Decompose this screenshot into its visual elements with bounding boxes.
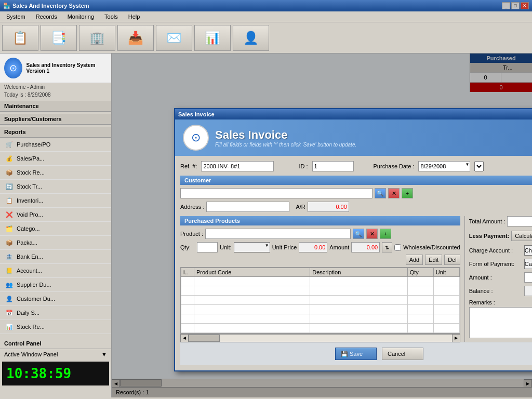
toolbar-btn-7[interactable]: 👤 [233, 25, 269, 51]
sidebar-logo: ⊙ Sales and Inventory System Version 1 [0, 54, 111, 83]
row6-index [181, 324, 194, 333]
active-window-panel[interactable]: Active Window Panel ▼ [0, 349, 111, 360]
product-table: i.. Product Code Description Qty Unit [181, 268, 460, 333]
product-table-body [181, 277, 460, 333]
sidebar-item-purchase-label: Purchase/PO [17, 141, 50, 148]
toolbar-btn-4[interactable]: 📥 [117, 25, 154, 51]
table-hscroll-left[interactable]: ◀ [180, 334, 189, 342]
toolbar-btn-5[interactable]: ✉️ [156, 25, 192, 51]
maximize-button[interactable]: □ [511, 2, 520, 9]
unit-select[interactable] [234, 242, 270, 252]
row4-index [181, 305, 194, 314]
product-table-container: i.. Product Code Description Qty Unit [180, 267, 460, 334]
customer-du-icon: 👤 [4, 294, 15, 304]
purchase-icon: 🛒 [4, 139, 15, 150]
row3-unit [433, 296, 459, 305]
minimize-button[interactable]: _ [502, 2, 510, 9]
sidebar-item-inventory[interactable]: 📋 Inventori... [0, 194, 111, 208]
product-add-icon-button[interactable]: + [380, 229, 391, 239]
product-clear-button[interactable]: ✕ [366, 229, 378, 239]
total-amount-input [507, 216, 532, 227]
sidebar-item-purchase[interactable]: 🛒 Purchase/PO [0, 138, 111, 152]
product-input-row: Product : 🔍 ✕ + [180, 229, 460, 239]
modal-header-subtitle: Fill all fields or fields with '*' then … [215, 142, 356, 148]
row-index [181, 277, 194, 286]
customer-add-icon: + [406, 190, 409, 196]
less-payment-row: Less Payment: Calculator Sh % [469, 231, 532, 241]
row6-qty [407, 324, 433, 333]
product-add-icon: + [384, 231, 387, 237]
sidebar-item-void[interactable]: ❌ Void Pro... [0, 208, 111, 222]
customer-clear-button[interactable]: ✕ [388, 188, 400, 198]
menu-help[interactable]: Help [124, 12, 144, 21]
sidebar-item-bank[interactable]: 🏦 Bank En... [0, 250, 111, 264]
edit-button[interactable]: Edit [425, 255, 442, 265]
sidebar-item-stock-report[interactable]: 📊 Stock Re... [0, 320, 111, 334]
toolbar-btn-2[interactable]: 📑 [41, 25, 77, 51]
remarks-textarea[interactable] [469, 307, 532, 338]
menu-records[interactable]: Records [32, 12, 61, 21]
charge-account-row: Charge Account : Choose Payment [469, 245, 532, 256]
sidebar-item-stock-re[interactable]: 📦 Stock Re... [0, 166, 111, 180]
product-search-button[interactable]: 🔍 [353, 229, 364, 239]
amount-input [351, 242, 380, 252]
row5-qty [407, 314, 433, 324]
sidebar-item-stock-tr[interactable]: 🔄 Stock Tr... [0, 180, 111, 194]
sidebar-item-category[interactable]: 🗂️ Catego... [0, 222, 111, 236]
sidebar-item-supplier-du[interactable]: 👥 Supplier Du... [0, 278, 111, 292]
purchase-date-input[interactable] [418, 161, 470, 171]
table-row-6 [181, 324, 460, 333]
table-header-row: i.. Product Code Description Qty Unit [181, 268, 460, 277]
save-button[interactable]: 💾 Save [335, 348, 377, 360]
window-controls: _ □ ✕ [502, 2, 529, 9]
row4-qty [407, 305, 433, 314]
table-hscroll-track[interactable] [189, 334, 452, 342]
product-input[interactable] [205, 229, 351, 239]
remarks-section: Remarks : [469, 299, 532, 339]
amount-extra-button[interactable]: ⇅ [382, 242, 392, 252]
id-input[interactable] [312, 161, 354, 171]
modal-title-bar: Sales Invoice ✕ [175, 109, 532, 119]
form-of-payment-select[interactable]: Cash [524, 259, 532, 269]
add-button[interactable]: Add [406, 255, 423, 265]
address-input[interactable] [206, 202, 289, 212]
sidebar-item-daily[interactable]: 📅 Daily S... [0, 306, 111, 320]
menu-monitoring[interactable]: Monitoring [63, 12, 98, 21]
cancel-button[interactable]: Cancel [382, 348, 423, 360]
save-label: Save [350, 351, 363, 357]
purchase-date-wrapper [418, 161, 470, 171]
menu-tools[interactable]: Tools [100, 12, 122, 21]
charge-account-select[interactable]: Choose Payment [524, 245, 532, 256]
table-hscroll-right[interactable]: ▶ [452, 334, 460, 342]
qty-label: Qty: [180, 244, 195, 250]
col-unit: Unit [433, 268, 459, 277]
sidebar-item-package[interactable]: 📦 Packa... [0, 236, 111, 250]
toolbar-btn-3[interactable]: 🏢 [79, 25, 115, 51]
payment-amount-input[interactable] [524, 272, 532, 283]
customer-clear-icon: ✕ [392, 190, 396, 197]
table-hscroll-thumb[interactable] [189, 335, 220, 342]
calculator-button[interactable]: Calculator [511, 231, 532, 241]
unit-price-input [299, 242, 327, 252]
close-button[interactable]: ✕ [521, 2, 529, 9]
qty-input[interactable] [197, 242, 218, 252]
ref-input[interactable] [201, 161, 274, 171]
customer-search-button[interactable]: 🔍 [375, 188, 386, 198]
del-button[interactable]: Del [444, 255, 460, 265]
unit-price-label: Unit Price [272, 244, 297, 250]
customer-input[interactable] [180, 188, 373, 198]
product-search-icon: 🔍 [355, 231, 362, 237]
account-icon: 📒 [4, 265, 15, 276]
sidebar: ⊙ Sales and Inventory System Version 1 W… [0, 54, 112, 397]
table-row-4 [181, 305, 460, 314]
toolbar-btn-6[interactable]: 📊 [194, 25, 231, 51]
purchase-date-dropdown[interactable]: ▼ [474, 161, 484, 171]
sidebar-item-customer-du[interactable]: 👤 Customer Du... [0, 292, 111, 306]
sidebar-item-account[interactable]: 📒 Account... [0, 264, 111, 278]
row6-description [310, 324, 407, 333]
wholesale-checkbox[interactable] [394, 244, 401, 251]
sidebar-item-sales[interactable]: 💰 Sales/Pa... [0, 152, 111, 166]
toolbar-btn-1[interactable]: 📋 [2, 25, 38, 51]
customer-add-button[interactable]: + [402, 188, 413, 198]
menu-system[interactable]: System [2, 12, 30, 21]
